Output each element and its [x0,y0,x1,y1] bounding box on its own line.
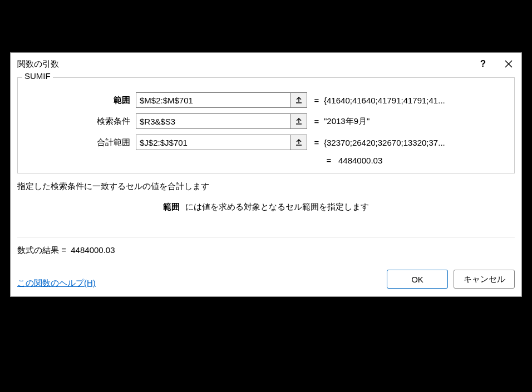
formula-result-value: 4484000.03 [71,245,115,255]
arguments-group: SUMIF 範囲 = {41640;41640;41791;41791;41..… [17,77,515,173]
equals-sign: = [307,117,322,126]
arg-label-range: 範囲 [24,95,136,106]
arg-label-criteria: 検索条件 [24,116,136,127]
calc-result-value: 4484000.03 [336,156,508,165]
function-help-link[interactable]: この関数のヘルプ(H) [17,278,96,289]
arg-row-criteria: 検索条件 = "2013年9月" [24,113,508,129]
argument-description: 範囲には値を求める対象となるセル範囲を指定します [17,202,515,212]
function-arguments-dialog: 関数の引数 ? SUMIF 範囲 = {41640;41640;41791;41… [10,52,522,297]
separator [17,237,515,237]
arg-label-sumrange: 合計範囲 [24,137,136,148]
sumrange-ref-button[interactable] [290,135,307,150]
formula-result-row: 数式の結果 = 4484000.03 [17,245,515,256]
equals-sign: = [322,156,336,165]
dialog-body: SUMIF 範囲 = {41640;41640;41791;41791;41..… [11,75,521,296]
argument-description-label: 範囲 [163,202,180,211]
formula-result-label: 数式の結果 = 4484000.03 [17,245,115,256]
dialog-title: 関数の引数 [17,59,470,70]
range-input[interactable] [136,92,290,108]
help-icon[interactable]: ? [470,53,496,75]
arg-row-sumrange: 合計範囲 = {32370;26420;32670;13320;37... [24,135,508,150]
function-name-label: SUMIF [22,71,53,81]
cancel-button[interactable]: キャンセル [454,270,515,289]
titlebar: 関数の引数 ? [11,53,521,75]
criteria-evaluated: "2013年9月" [322,116,508,127]
equals-sign: = [307,138,322,147]
criteria-input[interactable] [136,113,290,129]
criteria-ref-button[interactable] [290,113,307,129]
function-description: 指定した検索条件に一致するセルの値を合計します [17,181,515,192]
sumrange-input[interactable] [136,135,290,150]
arg-row-range: 範囲 = {41640;41640;41791;41791;41... [24,92,508,108]
range-ref-button[interactable] [290,92,307,108]
ok-button[interactable]: OK [387,270,448,289]
close-icon[interactable] [496,53,521,75]
range-evaluated: {41640;41640;41791;41791;41... [322,96,508,105]
calc-result-row: = 4484000.03 [24,156,508,165]
equals-sign: = [307,96,322,105]
argument-description-text: には値を求める対象となるセル範囲を指定します [185,202,369,211]
sumrange-evaluated: {32370;26420;32670;13320;37... [322,138,508,147]
